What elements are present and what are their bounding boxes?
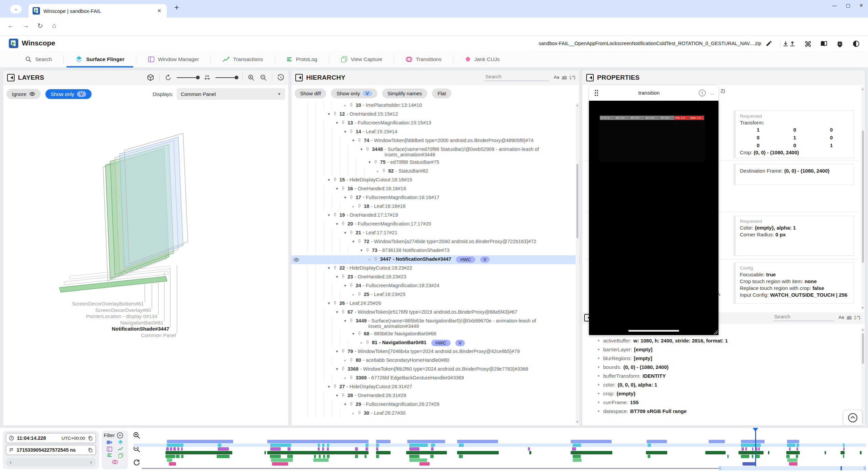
- hierarchy-row[interactable]: ▼19- OneHanded:17:17#19: [291, 211, 579, 220]
- transactions-filter-icon[interactable]: [118, 447, 123, 451]
- hierarchy-search-input[interactable]: Search: [485, 73, 549, 81]
- property-row[interactable]: currFrame:155: [582, 398, 865, 407]
- collapse-panel-icon[interactable]: [586, 74, 594, 81]
- download-icon[interactable]: [782, 40, 789, 47]
- ns-time-input[interactable]: 1715339054227572545 ns: [6, 445, 96, 455]
- rotation-icon[interactable]: [164, 74, 172, 81]
- new-tab-button[interactable]: +: [174, 3, 179, 12]
- hierarchy-row[interactable]: ▼13- FullscreenMagnification:15:15#13: [291, 119, 579, 128]
- transitions-track[interactable]: [142, 462, 866, 466]
- hierarchy-row[interactable]: ▼17- FullscreenMagnification:16:16#17: [291, 194, 579, 202]
- shortcuts-icon[interactable]: ⌘: [804, 40, 812, 49]
- ignore-chip[interactable]: Ignore: [6, 89, 41, 99]
- scroll-to-top-button[interactable]: [843, 410, 862, 426]
- search-match-options[interactable]: Aaab(.*): [554, 75, 575, 81]
- nav-tab-view-capture[interactable]: View Capture: [329, 51, 394, 67]
- hierarchy-row[interactable]: ▼74- WindowToken{fdddbe6 type=2000 andro…: [291, 137, 579, 145]
- property-row[interactable]: crop:{empty}: [582, 389, 865, 398]
- hierarchy-row[interactable]: ▼21- Leaf:17:17#21: [291, 229, 579, 238]
- protolog-filter-icon[interactable]: [107, 453, 112, 457]
- property-row[interactable]: blurRegions:[empty]: [582, 354, 865, 362]
- transition-overlay-window[interactable]: transition i _ P: 0 / 1dX: 0.0dY: 0.0Xv:…: [589, 85, 718, 335]
- transitions-filter-icon[interactable]: [112, 459, 118, 465]
- hierarchy-row[interactable]: 18- Leaf:16:16#18: [291, 202, 579, 211]
- human-time-input[interactable]: 11:04:14.228 UTC+00:00: [6, 433, 96, 443]
- collapse-filter-icon[interactable]: [117, 432, 123, 439]
- spacing-icon[interactable]: [204, 74, 211, 81]
- hierarchy-row[interactable]: ▼75- ed70f88 StatusBar#75: [291, 158, 579, 167]
- drag-handle-icon[interactable]: [594, 89, 599, 97]
- transactions-track[interactable]: [142, 447, 866, 451]
- hierarchy-row[interactable]: ▼68- 885b63e NavigationBar0#68: [291, 330, 579, 339]
- layer-label[interactable]: ScreenDecorOverlay#60: [95, 307, 151, 313]
- search-match-options[interactable]: Aaab(.*): [839, 315, 860, 321]
- window-maximize-icon[interactable]: ▢: [846, 3, 850, 8]
- layer-label[interactable]: ScreenDecorOverlayBottom#61: [72, 301, 144, 307]
- hierarchy-row[interactable]: ▼3448- Surface(name=ed70f88 StatusBar)/@…: [291, 145, 579, 158]
- hierarchy-row[interactable]: 82- StatusBar#82: [291, 167, 579, 176]
- window-manager-filter-icon[interactable]: [107, 447, 112, 452]
- jank-cuj-track[interactable]: [142, 440, 866, 443]
- hierarchy-row[interactable]: 80- ace6abb SecondaryHomeHandle0#80: [291, 356, 579, 365]
- info-icon[interactable]: i: [699, 90, 706, 96]
- layer-label[interactable]: NavigationBar0#81: [120, 320, 163, 326]
- hierarchy-row[interactable]: ▼27- HideDisplayCutout:26:31#27: [291, 383, 579, 392]
- properties-scrollbar[interactable]: ▲ ▼: [861, 86, 865, 310]
- edit-icon[interactable]: [766, 40, 772, 47]
- back-icon[interactable]: ←: [7, 22, 14, 29]
- screen-recording-track[interactable]: [142, 444, 866, 447]
- hierarchy-row[interactable]: ▼24- FullscreenMagnification:18:23#24: [291, 282, 579, 291]
- property-row[interactable]: bounds:(0, 0) - (1080, 2400): [582, 362, 865, 371]
- timeline-track-area[interactable]: [142, 428, 866, 472]
- hierarchy-chip-simplify-names[interactable]: Simplify names: [382, 88, 428, 98]
- hierarchy-row[interactable]: 25- Leaf:18:23#25: [291, 291, 579, 299]
- displays-select[interactable]: Common Panel▼: [177, 88, 285, 100]
- browser-tab[interactable]: Winscope | sandbox-FAIL ✕: [28, 4, 167, 18]
- hierarchy-row[interactable]: ▼26- Leaf:24:25#26: [291, 299, 579, 308]
- show-only-chip[interactable]: Show only V: [45, 89, 92, 99]
- spacing-slider[interactable]: [215, 77, 238, 78]
- dark-mode-icon[interactable]: [852, 40, 860, 47]
- window-close-icon[interactable]: ✕: [859, 3, 863, 8]
- hierarchy-row[interactable]: 30- Leaf:26:27#30: [291, 409, 579, 418]
- hierarchy-row[interactable]: ▼16- OneHanded:16:16#16: [291, 185, 579, 194]
- hierarchy-chip-flat[interactable]: Flat: [432, 88, 451, 98]
- copy-icon[interactable]: [88, 448, 93, 453]
- documentation-icon[interactable]: [821, 40, 828, 47]
- hierarchy-scrollbar[interactable]: ▲ ▼: [576, 103, 579, 424]
- hierarchy-chip-show-only[interactable]: Show onlyV: [331, 88, 377, 98]
- nav-tab-transitions[interactable]: Transitions: [394, 51, 453, 67]
- collapse-panel-icon[interactable]: [295, 74, 303, 81]
- property-row[interactable]: barrierLayer:[empty]: [582, 345, 865, 354]
- nav-tab-jank-cujs[interactable]: Jank CUJs: [453, 51, 511, 67]
- report-bug-icon[interactable]: [836, 40, 844, 47]
- property-row[interactable]: color:(0, 0, 0), alpha: 1: [582, 380, 865, 389]
- properties-search-input[interactable]: Search: [773, 313, 834, 321]
- overlay-titlebar[interactable]: transition i _: [589, 85, 718, 101]
- nav-tab-transactions[interactable]: Transactions: [211, 51, 275, 67]
- properties-list-scrollbar[interactable]: ▲: [861, 328, 865, 424]
- minimize-icon[interactable]: _: [710, 88, 714, 98]
- view-capture-track[interactable]: [142, 458, 866, 462]
- hierarchy-row[interactable]: ▼73- 8736138 NotificationShade#73: [291, 247, 579, 255]
- timeline-reset-zoom-icon[interactable]: [133, 458, 141, 467]
- view-capture-filter-icon[interactable]: [118, 453, 123, 458]
- nav-tab-window-manager[interactable]: Window Manager: [136, 51, 211, 67]
- hierarchy-row[interactable]: ▼22- HideDisplayCutout:18:23#22: [291, 264, 579, 273]
- timeline-mini-scrollbar[interactable]: ‹›: [6, 458, 96, 467]
- hierarchy-row[interactable]: ▼3449- Surface(name=885b63e NavigationBa…: [291, 317, 579, 330]
- layer-label[interactable]: NotificationShade#3447: [112, 326, 169, 332]
- collapse-panel-icon[interactable]: [7, 74, 15, 81]
- screen-recording-filter-icon[interactable]: [106, 440, 112, 445]
- nav-tab-search[interactable]: Search: [14, 51, 63, 67]
- hierarchy-row[interactable]: ▼3368- WindowToken{f6b2f60 type=2024 and…: [291, 365, 579, 374]
- hierarchy-row[interactable]: ▼15- HideDisplayCutout:16:16#15: [291, 176, 579, 185]
- reload-icon[interactable]: ↻: [37, 22, 43, 30]
- hierarchy-row[interactable]: 10- ImePlaceholder:13:14#10: [291, 101, 579, 110]
- hierarchy-row[interactable]: ▼29- FullscreenMagnification:26:27#29: [291, 400, 579, 409]
- hierarchy-row[interactable]: ▼79- WindowToken{7046b4a type=2024 andro…: [291, 348, 579, 356]
- hierarchy-row[interactable]: 3369- 67726bf EdgeBackGestureHandler0#33…: [291, 374, 579, 383]
- property-row[interactable]: activeBuffer:w: 1080, h: 2400, stride: 2…: [582, 336, 865, 345]
- forward-icon[interactable]: →: [22, 22, 29, 29]
- hierarchy-row[interactable]: ▼12- OneHanded:15:15#12: [291, 110, 579, 119]
